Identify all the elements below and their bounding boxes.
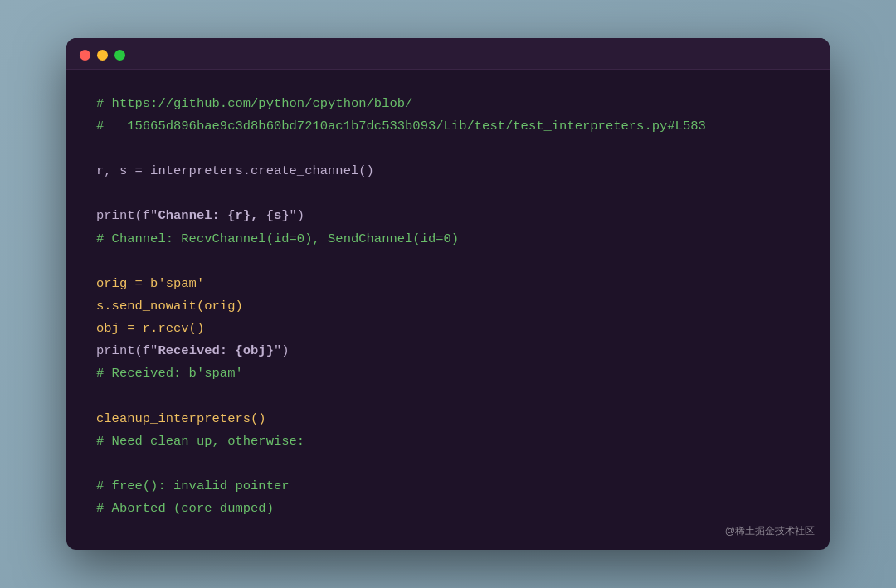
code-line-6: orig = b'spam' (96, 276, 204, 291)
code-line-11: cleanup_interpreters() (96, 411, 266, 426)
code-line-3: r, s = interpreters.create_channel() (96, 163, 374, 178)
code-line-7: s.send_nowait(orig) (96, 299, 243, 313)
code-line-1: # https://github.com/python/cpython/blob… (96, 96, 412, 111)
code-line-4: print(f"Channel: {r}, {s}") (96, 208, 304, 223)
code-content: # https://github.com/python/cpython/blob… (66, 70, 830, 550)
watermark: @稀土掘金技术社区 (725, 524, 815, 538)
code-line-5: # Channel: RecvChannel(id=0), SendChanne… (96, 231, 459, 246)
code-line-12: # Need clean up, otherwise: (96, 434, 304, 449)
code-line-9: print(f"Received: {obj}") (96, 343, 290, 358)
code-line-8: obj = r.recv() (96, 321, 204, 336)
title-bar (66, 38, 830, 70)
code-line-14: # Aborted (core dumped) (96, 501, 274, 516)
maximize-dot[interactable] (114, 50, 125, 61)
code-line-10: # Received: b'spam' (96, 366, 243, 381)
code-line-2: # 15665d896bae9c3d8b60bd7210ac1b7dc533b0… (96, 119, 706, 134)
close-dot[interactable] (80, 50, 90, 61)
code-line-13: # free(): invalid pointer (96, 479, 290, 493)
minimize-dot[interactable] (97, 50, 108, 61)
terminal-window: # https://github.com/python/cpython/blob… (66, 38, 830, 550)
